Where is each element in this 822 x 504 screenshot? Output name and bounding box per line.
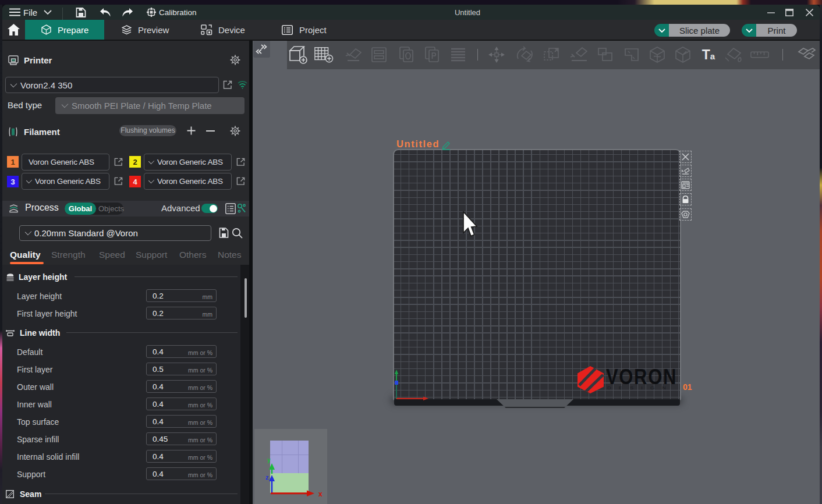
svg-text:z: z (265, 474, 269, 481)
svg-text:x: x (318, 490, 323, 498)
svg-text:y: y (267, 457, 271, 463)
svg-text:DESIGN: DESIGN (607, 385, 674, 391)
